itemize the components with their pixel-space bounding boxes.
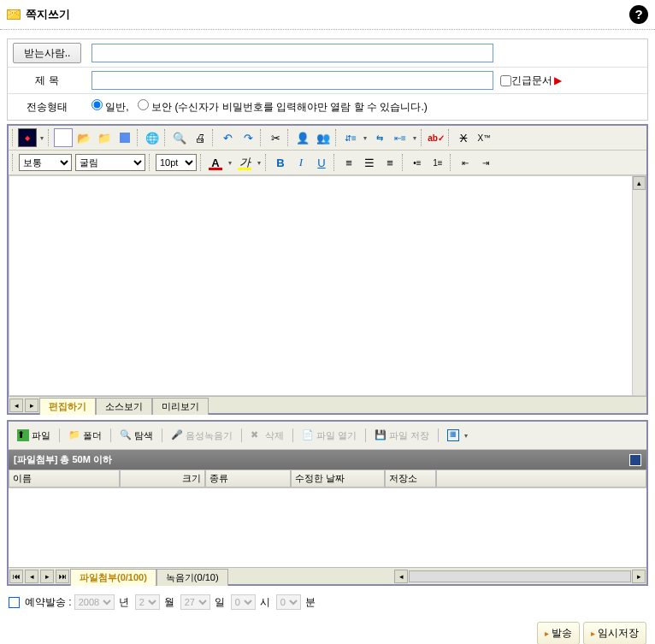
attach-folder-button[interactable]: 📁폴더 bbox=[65, 428, 105, 444]
people-icon[interactable]: 👥 bbox=[314, 128, 333, 147]
subject-input[interactable] bbox=[91, 71, 493, 90]
bold-icon[interactable]: B bbox=[271, 153, 290, 172]
editor-textarea[interactable]: ▴ bbox=[9, 175, 646, 396]
redo-icon[interactable] bbox=[239, 128, 257, 147]
tab-recording[interactable]: 녹음기(0/10) bbox=[156, 569, 228, 586]
line-height-icon[interactable]: ⇵≡ bbox=[341, 128, 360, 147]
schedule-month-select[interactable]: 2 bbox=[135, 594, 160, 610]
list-number-icon[interactable]: 1≡ bbox=[428, 153, 447, 172]
subscript-icon[interactable]: X™ bbox=[475, 128, 493, 147]
attachment-tabs: ⏮ ◂ ▸ ⏭ 파일첨부(0/100) 녹음기(0/10) ◂ ▸ bbox=[9, 567, 646, 584]
font-color-icon[interactable]: A bbox=[206, 153, 225, 172]
scroll-up-icon[interactable]: ▴ bbox=[633, 176, 646, 190]
font-select[interactable]: 굴림 bbox=[75, 154, 145, 171]
schedule-min-select[interactable]: 0 bbox=[276, 594, 301, 610]
undo-icon[interactable] bbox=[218, 128, 237, 147]
style-select[interactable]: 보통 bbox=[19, 154, 72, 171]
transfer-secure-label: 보안 (수신자가 비밀번호를 입력해야만 열람 할 수 있습니다.) bbox=[151, 101, 428, 113]
col-name[interactable]: 이름 bbox=[9, 470, 120, 487]
attachment-list[interactable] bbox=[9, 488, 646, 567]
attach-tab-next-icon[interactable]: ▸ bbox=[40, 570, 54, 583]
urgent-checkbox[interactable] bbox=[500, 75, 511, 86]
recipient-button[interactable]: 받는사람.. bbox=[13, 43, 81, 63]
hscroll-track[interactable] bbox=[409, 570, 631, 582]
logo-dropdown[interactable]: ▾ bbox=[38, 129, 46, 146]
schedule-day-select[interactable]: 27 bbox=[180, 594, 210, 610]
tab-edit[interactable]: 편집하기 bbox=[39, 398, 96, 415]
size-select[interactable]: 10pt bbox=[156, 154, 197, 171]
schedule-year-select[interactable]: 2008 bbox=[74, 594, 115, 610]
recipient-input[interactable] bbox=[91, 44, 493, 62]
tab-attachments[interactable]: 파일첨부(0/100) bbox=[70, 569, 156, 586]
new-doc-icon[interactable] bbox=[54, 128, 73, 147]
indent-para-icon[interactable]: ⇤≡ bbox=[391, 128, 410, 147]
font-color-dd[interactable]: ▾ bbox=[226, 154, 234, 171]
attachment-frame: ⬆파일 📁폴더 🔍탐색 🎤음성녹음기 ✖삭제 📄파일 열기 💾파일 저장 ▦▾ … bbox=[7, 420, 648, 586]
strike-icon[interactable]: X bbox=[454, 128, 473, 147]
attach-search-button[interactable]: 🔍탐색 bbox=[116, 428, 156, 444]
transfer-normal-label: 일반, bbox=[105, 101, 128, 113]
attachment-columns: 이름 크기 종류 수정한 날짜 저장소 bbox=[9, 470, 646, 488]
preview-icon[interactable]: 🔍 bbox=[170, 128, 189, 147]
help-icon[interactable]: ? bbox=[629, 5, 648, 24]
col-type[interactable]: 종류 bbox=[205, 470, 291, 487]
tab-preview[interactable]: 미리보기 bbox=[152, 398, 209, 415]
person-icon[interactable]: 👤 bbox=[293, 128, 312, 147]
tab-source[interactable]: 소스보기 bbox=[96, 398, 152, 415]
open-icon[interactable]: 📂 bbox=[74, 128, 93, 147]
urgent-label: 긴급문서 bbox=[511, 74, 552, 88]
flag-icon: ▶ bbox=[554, 74, 562, 86]
save-draft-button[interactable]: ▸임시저장 bbox=[583, 622, 646, 644]
attach-tab-prev-icon[interactable]: ◂ bbox=[25, 570, 38, 583]
tab-prev-icon[interactable]: ◂ bbox=[9, 399, 23, 412]
attach-delete-button: ✖삭제 bbox=[247, 428, 287, 444]
tab-next-icon[interactable]: ▸ bbox=[25, 399, 38, 412]
attach-calendar-button[interactable]: ▦▾ bbox=[444, 425, 474, 446]
col-storage[interactable]: 저장소 bbox=[385, 470, 436, 487]
align-right-icon[interactable]: ≡ bbox=[381, 153, 399, 172]
italic-icon[interactable]: I bbox=[292, 153, 310, 172]
attach-file-button[interactable]: ⬆파일 bbox=[14, 428, 54, 444]
open-folder-icon[interactable]: 📁 bbox=[95, 128, 114, 147]
save-icon[interactable] bbox=[115, 128, 134, 147]
globe-icon[interactable]: 🌐 bbox=[143, 128, 162, 147]
envelope-icon bbox=[7, 9, 21, 20]
attach-tab-last-icon[interactable]: ⏭ bbox=[56, 570, 69, 583]
hscroll-left-icon[interactable]: ◂ bbox=[394, 570, 408, 583]
outdent-icon[interactable]: ⇤ bbox=[456, 153, 475, 172]
print-icon[interactable]: 🖨 bbox=[191, 128, 209, 147]
align-left-icon[interactable]: ≡ bbox=[339, 153, 358, 172]
highlight-icon[interactable]: 가 bbox=[235, 153, 254, 172]
day-unit: 일 bbox=[215, 595, 225, 610]
attachment-header-text: [파일첨부] 총 50M 이하 bbox=[14, 453, 112, 466]
min-unit: 분 bbox=[305, 595, 316, 610]
month-unit: 월 bbox=[164, 595, 174, 610]
logo-icon[interactable]: ◆ bbox=[18, 128, 37, 147]
reload-icon[interactable] bbox=[629, 454, 641, 466]
indent-icon[interactable]: ⇥ bbox=[476, 153, 495, 172]
abc-icon[interactable]: ab✓ bbox=[427, 128, 446, 147]
attach-tab-first-icon[interactable]: ⏮ bbox=[9, 570, 23, 583]
indent-para-dd[interactable]: ▾ bbox=[410, 129, 419, 146]
col-size[interactable]: 크기 bbox=[120, 470, 205, 487]
transfer-normal-radio[interactable] bbox=[91, 99, 103, 110]
page-header: 쪽지쓰기 ? bbox=[0, 0, 655, 30]
hour-unit: 시 bbox=[260, 595, 270, 610]
width-icon[interactable]: ⇆ bbox=[370, 128, 389, 147]
schedule-hour-select[interactable]: 0 bbox=[231, 594, 256, 610]
transfer-secure-radio[interactable] bbox=[138, 99, 149, 110]
page-title: 쪽지쓰기 bbox=[26, 7, 70, 22]
align-center-icon[interactable]: ☰ bbox=[360, 153, 379, 172]
attach-open-button: 📄파일 열기 bbox=[298, 428, 360, 444]
editor-tabs: ◂ ▸ 편집하기 소스보기 미리보기 bbox=[9, 396, 646, 413]
cut-icon[interactable]: ✂ bbox=[266, 128, 285, 147]
highlight-dd[interactable]: ▾ bbox=[255, 154, 263, 171]
schedule-checkbox[interactable] bbox=[9, 597, 20, 608]
col-date[interactable]: 수정한 날짜 bbox=[291, 470, 385, 487]
list-bullet-icon[interactable]: •≡ bbox=[408, 153, 427, 172]
send-button[interactable]: ▸발송 bbox=[537, 622, 580, 644]
line-height-dd[interactable]: ▾ bbox=[361, 129, 369, 146]
hscroll-right-icon[interactable]: ▸ bbox=[632, 570, 646, 583]
editor-scrollbar[interactable]: ▴ bbox=[632, 176, 646, 395]
underline-icon[interactable]: U bbox=[312, 153, 331, 172]
